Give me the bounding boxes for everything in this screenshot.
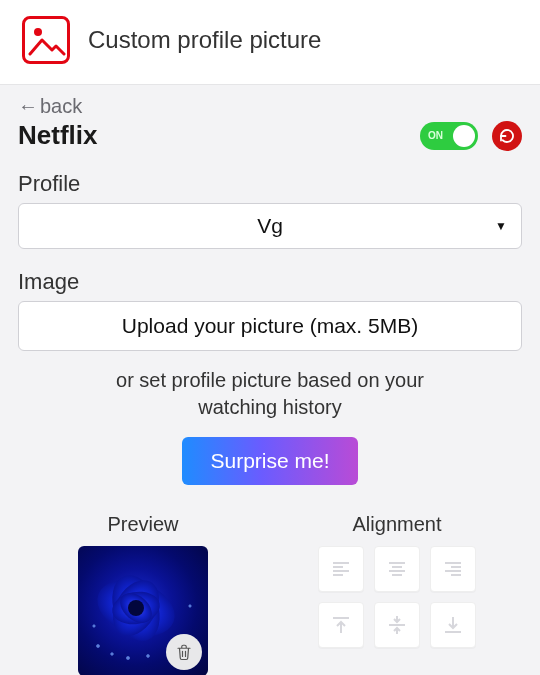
helper-text-line1: or set profile picture based on your bbox=[116, 369, 424, 391]
topbar: Netflix ON bbox=[18, 120, 522, 151]
app-header: Custom profile picture bbox=[0, 0, 540, 84]
preview-image bbox=[78, 546, 208, 675]
back-button[interactable]: ← back bbox=[18, 95, 82, 118]
align-left-icon bbox=[329, 557, 353, 581]
chevron-down-icon: ▼ bbox=[495, 219, 507, 233]
back-label: back bbox=[40, 95, 82, 118]
svg-point-8 bbox=[111, 653, 114, 656]
preview-alignment-row: Preview bbox=[18, 513, 522, 675]
preview-column: Preview bbox=[36, 513, 250, 675]
image-label: Image bbox=[18, 269, 522, 295]
preview-label: Preview bbox=[107, 513, 178, 536]
align-left-button[interactable] bbox=[318, 546, 364, 592]
svg-point-9 bbox=[126, 656, 129, 659]
app-title: Custom profile picture bbox=[88, 26, 321, 54]
svg-point-0 bbox=[34, 28, 42, 36]
toggle-on-label: ON bbox=[428, 130, 443, 141]
toggle-knob bbox=[453, 125, 475, 147]
align-right-icon bbox=[441, 557, 465, 581]
align-top-button[interactable] bbox=[318, 602, 364, 648]
align-center-button[interactable] bbox=[374, 546, 420, 592]
align-right-button[interactable] bbox=[430, 546, 476, 592]
refresh-button[interactable] bbox=[492, 121, 522, 151]
svg-point-10 bbox=[147, 655, 150, 658]
upload-button[interactable]: Upload your picture (max. 5MB) bbox=[18, 301, 522, 351]
align-middle-icon bbox=[385, 613, 409, 637]
site-name: Netflix bbox=[18, 120, 97, 151]
svg-point-13 bbox=[93, 625, 95, 627]
helper-text: or set profile picture based on your wat… bbox=[18, 367, 522, 421]
top-right: ON bbox=[420, 121, 522, 151]
profile-selected-value: Vg bbox=[257, 214, 283, 238]
profile-label: Profile bbox=[18, 171, 522, 197]
surprise-button-label: Surprise me! bbox=[210, 449, 329, 472]
enable-toggle[interactable]: ON bbox=[420, 122, 478, 150]
image-icon bbox=[26, 20, 66, 60]
align-center-icon bbox=[385, 557, 409, 581]
alignment-column: Alignment bbox=[290, 513, 504, 675]
surprise-wrap: Surprise me! bbox=[18, 437, 522, 485]
trash-icon bbox=[175, 643, 193, 661]
helper-text-line2: watching history bbox=[198, 396, 341, 418]
refresh-icon bbox=[498, 127, 516, 145]
alignment-label: Alignment bbox=[353, 513, 442, 536]
align-middle-button[interactable] bbox=[374, 602, 420, 648]
app-logo bbox=[22, 16, 70, 64]
arrow-left-icon: ← bbox=[18, 95, 38, 118]
surprise-button[interactable]: Surprise me! bbox=[182, 437, 357, 485]
svg-point-6 bbox=[128, 600, 144, 616]
alignment-grid bbox=[318, 546, 476, 648]
svg-point-14 bbox=[189, 605, 191, 607]
page-body: ← back Netflix ON Profile Vg ▼ Image Upl… bbox=[0, 84, 540, 675]
align-bottom-button[interactable] bbox=[430, 602, 476, 648]
svg-point-7 bbox=[97, 645, 100, 648]
align-top-icon bbox=[329, 613, 353, 637]
upload-button-label: Upload your picture (max. 5MB) bbox=[122, 314, 418, 338]
delete-preview-button[interactable] bbox=[166, 634, 202, 670]
align-bottom-icon bbox=[441, 613, 465, 637]
profile-select[interactable]: Vg ▼ bbox=[18, 203, 522, 249]
